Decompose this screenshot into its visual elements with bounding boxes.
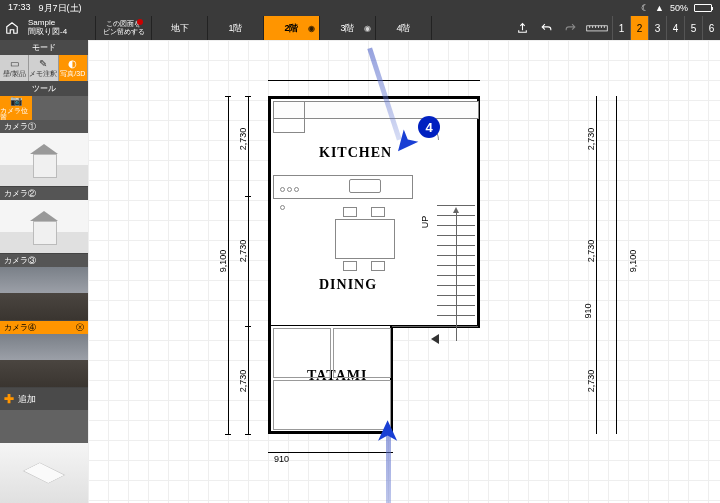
dim-label: 2,730 <box>586 240 596 263</box>
tatami-mat <box>333 328 391 378</box>
floor-tab-basement[interactable]: 地下 <box>152 16 208 40</box>
dim-label: 2,730 <box>586 370 596 393</box>
floor-tab-2f[interactable]: 2階◉ <box>264 16 320 40</box>
wall-icon: ▭ <box>10 59 19 69</box>
status-time: 17:33 <box>8 2 31 15</box>
ruler-icon[interactable] <box>582 16 612 40</box>
pin-button[interactable]: この図面を ピン留めする <box>96 16 152 40</box>
camera-badge[interactable]: 4 <box>418 116 440 138</box>
floor-tab-3f[interactable]: 3階◉ <box>320 16 376 40</box>
view-3d-preview[interactable] <box>0 443 88 503</box>
dim-line <box>268 452 393 453</box>
mode-tab-photo[interactable]: ◐写真/3D <box>59 55 88 81</box>
view-tab-3[interactable]: 3 <box>648 16 666 40</box>
close-icon[interactable]: ⓧ <box>76 322 84 333</box>
dining-table <box>335 219 395 259</box>
eye-icon: ◉ <box>308 24 315 33</box>
add-camera-button[interactable]: ✚追加 <box>0 388 88 410</box>
dim-line <box>268 80 480 81</box>
view-tab-4[interactable]: 4 <box>666 16 684 40</box>
memo-icon: ✎ <box>39 59 47 69</box>
camera-list: カメラ① カメラ② カメラ③ カメラ④ⓧ ✚追加 <box>0 120 88 443</box>
tatami-mat <box>273 328 331 378</box>
redo-icon[interactable] <box>558 16 582 40</box>
camera-thumb <box>0 133 88 187</box>
chair <box>371 261 385 271</box>
battery-icon <box>694 4 712 12</box>
home-button[interactable] <box>0 16 24 40</box>
share-icon[interactable] <box>510 16 534 40</box>
status-bar: 17:33 9月7日(土) ☾ ▲ 50% <box>0 0 720 16</box>
room-label-dining: DINING <box>319 277 377 293</box>
floorplan-canvas[interactable]: 9,100 2,730 2,730 2,730 9,100 2,730 2,73… <box>88 40 720 503</box>
camera-icon: 📷 <box>10 96 22 106</box>
dim-label: 2,730 <box>238 128 248 151</box>
dim-label: 2,730 <box>586 128 596 151</box>
dnd-icon: ☾ <box>641 3 649 13</box>
view-tab-5[interactable]: 5 <box>684 16 702 40</box>
view-tab-6[interactable]: 6 <box>702 16 720 40</box>
camera-item-4[interactable]: カメラ④ⓧ <box>0 321 88 388</box>
camera-thumb <box>0 334 88 388</box>
wifi-icon: ▲ <box>655 3 664 13</box>
dim-label: 2,730 <box>238 240 248 263</box>
dim-label: 2,730 <box>238 370 248 393</box>
floor-plan: 9,100 2,730 2,730 2,730 9,100 2,730 2,73… <box>218 76 498 456</box>
chair <box>343 261 357 271</box>
fridge <box>273 101 305 133</box>
undo-icon[interactable] <box>534 16 558 40</box>
camera-pointer-arrow-icon: ➤ <box>369 419 404 444</box>
stove <box>279 179 305 195</box>
room-label-kitchen: KITCHEN <box>319 145 392 161</box>
camera-thumb <box>0 200 88 254</box>
dim-label: 9,100 <box>628 250 638 273</box>
mode-tab-memo[interactable]: ✎メモ注釈 <box>29 55 58 81</box>
room-kitchen-dining: KITCHEN DINING UP <box>268 96 480 328</box>
floor-tab-1f[interactable]: 1階 <box>208 16 264 40</box>
sidebar: モード ▭壁/製品 ✎メモ注釈 ◐写真/3D ツール 📷カメラ位置 カメラ① カ… <box>0 40 88 503</box>
dim-label: 910 <box>583 303 593 318</box>
sink <box>349 179 381 193</box>
chair <box>371 207 385 217</box>
view-tab-2[interactable]: 2 <box>630 16 648 40</box>
project-title[interactable]: Sample 間取り図-4 <box>24 16 96 40</box>
chair <box>343 207 357 217</box>
camera-thumb <box>0 267 88 321</box>
camera-item-1[interactable]: カメラ① <box>0 120 88 187</box>
photo-icon: ◐ <box>68 59 77 69</box>
plus-icon: ✚ <box>4 392 14 406</box>
tool-header: ツール <box>0 81 88 96</box>
room-tatami: TATAMI <box>268 326 393 434</box>
eye-icon: ◉ <box>364 24 371 33</box>
dim-label: 9,100 <box>218 250 228 273</box>
camera-item-2[interactable]: カメラ② <box>0 187 88 254</box>
up-label: UP <box>420 216 430 229</box>
status-date: 9月7日(土) <box>39 2 82 15</box>
battery-percent: 50% <box>670 3 688 13</box>
view-tab-1[interactable]: 1 <box>612 16 630 40</box>
dim-label: 910 <box>274 454 289 464</box>
camera-item-3[interactable]: カメラ③ <box>0 254 88 321</box>
dim-line <box>616 96 617 434</box>
pin-indicator-icon <box>137 19 143 25</box>
top-toolbar: Sample 間取り図-4 この図面を ピン留めする 地下 1階 2階◉ 3階◉… <box>0 16 720 40</box>
title-line2: 間取り図-4 <box>28 28 91 37</box>
mode-tab-wall[interactable]: ▭壁/製品 <box>0 55 29 81</box>
mode-header: モード <box>0 40 88 55</box>
floor-tab-4f[interactable]: 4階 <box>376 16 432 40</box>
stair-landing <box>392 326 478 362</box>
tool-camera-position[interactable]: 📷カメラ位置 <box>0 96 32 120</box>
